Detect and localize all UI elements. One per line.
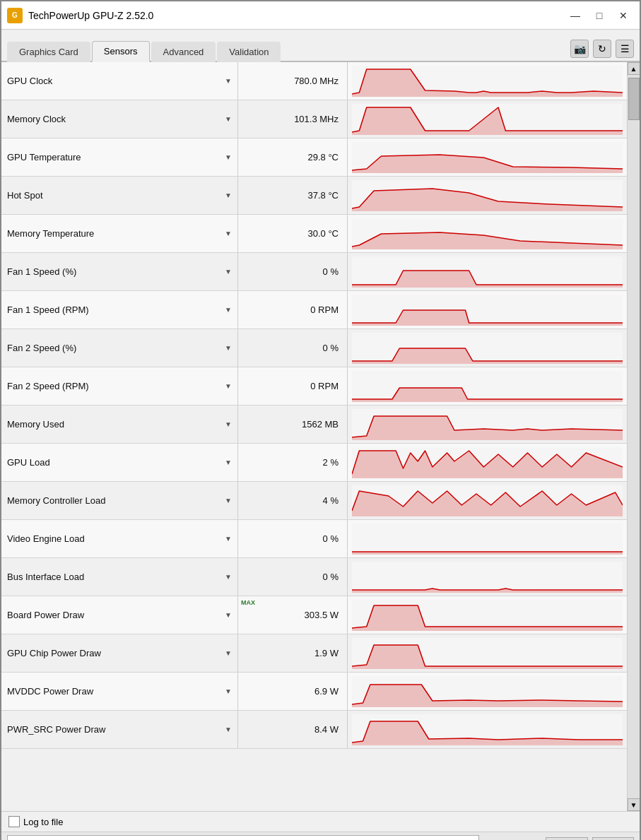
chevron-down-icon[interactable]: ▼ bbox=[225, 420, 232, 428]
tab-graphics-card[interactable]: Graphics Card bbox=[7, 42, 90, 62]
gpu-selector[interactable]: NVIDIA GeForce RTX 4080 bbox=[7, 835, 479, 840]
max-label: MAX bbox=[241, 599, 255, 606]
svg-rect-14 bbox=[352, 333, 623, 364]
chevron-down-icon[interactable]: ▼ bbox=[225, 382, 232, 390]
graph-canvas bbox=[352, 600, 623, 631]
chevron-down-icon[interactable]: ▼ bbox=[225, 153, 232, 161]
table-row: Fan 1 Speed (RPM) ▼ 0 RPM bbox=[1, 291, 627, 329]
chevron-down-icon[interactable]: ▼ bbox=[225, 687, 232, 695]
graph-area bbox=[348, 482, 627, 519]
table-row: MVDDC Power Draw ▼ 6.9 W bbox=[1, 673, 627, 711]
chevron-down-icon[interactable]: ▼ bbox=[225, 230, 232, 237]
graph-area bbox=[348, 62, 627, 100]
scroll-thumb[interactable] bbox=[628, 78, 640, 120]
graph-canvas bbox=[352, 714, 623, 745]
chevron-down-icon[interactable]: ▼ bbox=[225, 77, 232, 85]
graph-canvas bbox=[352, 523, 623, 555]
sensor-value: 0 RPM bbox=[310, 304, 339, 315]
sensor-value: 4 % bbox=[323, 495, 339, 506]
table-row: GPU Temperature ▼ 29.8 °C bbox=[1, 138, 627, 177]
tab-tools: 📷 ↻ ☰ bbox=[570, 40, 634, 61]
chevron-down-icon[interactable]: ▼ bbox=[225, 459, 232, 466]
sensor-label: Hot Spot bbox=[7, 190, 220, 201]
sensor-name-cell: Video Engine Load ▼ bbox=[1, 520, 238, 557]
scroll-up-button[interactable]: ▲ bbox=[628, 62, 640, 75]
graph-canvas bbox=[352, 409, 623, 440]
content-area: GPU Clock ▼ 780.0 MHz Memory Clock ▼ 101… bbox=[1, 62, 640, 811]
sensor-name-cell: GPU Chip Power Draw ▼ bbox=[1, 634, 238, 672]
scroll-track[interactable] bbox=[628, 75, 640, 798]
graph-area bbox=[348, 100, 627, 138]
chevron-down-icon[interactable]: ▼ bbox=[225, 306, 232, 314]
sensor-label: Bus Interface Load bbox=[7, 572, 220, 582]
svg-rect-26 bbox=[352, 562, 623, 593]
scrollbar[interactable]: ▲ ▼ bbox=[627, 62, 640, 811]
refresh-icon[interactable]: ↻ bbox=[593, 40, 611, 58]
chevron-down-icon[interactable]: ▼ bbox=[225, 191, 232, 199]
sensor-name-cell: GPU Temperature ▼ bbox=[1, 138, 238, 176]
chevron-down-icon[interactable]: ▼ bbox=[225, 497, 232, 504]
sensor-value-cell: 8.4 W bbox=[238, 711, 348, 748]
tab-advanced[interactable]: Advanced bbox=[151, 42, 216, 62]
sensor-value-cell: 2 % bbox=[238, 444, 348, 481]
graph-canvas bbox=[352, 104, 623, 135]
table-row: PWR_SRC Power Draw ▼ 8.4 W bbox=[1, 711, 627, 749]
sensor-label: Fan 1 Speed (%) bbox=[7, 266, 220, 277]
main-window: G TechPowerUp GPU-Z 2.52.0 — □ ✕ Graphic… bbox=[0, 0, 641, 840]
graph-area bbox=[348, 406, 627, 443]
scroll-down-button[interactable]: ▼ bbox=[628, 798, 640, 811]
sensor-value-cell: 4 % bbox=[238, 482, 348, 519]
chevron-down-icon[interactable]: ▼ bbox=[225, 344, 232, 352]
chevron-down-icon[interactable]: ▼ bbox=[225, 726, 232, 733]
sensor-name-cell: Memory Controller Load ▼ bbox=[1, 482, 238, 519]
tab-sensors[interactable]: Sensors bbox=[92, 41, 150, 62]
log-label: Log to file bbox=[23, 817, 63, 827]
chevron-down-icon[interactable]: ▼ bbox=[225, 573, 232, 581]
close-footer-button[interactable]: Close bbox=[592, 837, 634, 841]
sensor-value: 0 % bbox=[323, 266, 339, 277]
table-row: Bus Interface Load ▼ 0 % bbox=[1, 558, 627, 596]
close-button[interactable]: ✕ bbox=[613, 6, 634, 25]
sensor-value-cell: MAX 303.5 W bbox=[238, 596, 348, 634]
sensor-name-cell: Hot Spot ▼ bbox=[1, 177, 238, 214]
svg-rect-12 bbox=[352, 295, 623, 326]
log-checkbox[interactable] bbox=[8, 816, 20, 827]
graph-canvas bbox=[352, 562, 623, 593]
table-row: Memory Temperature ▼ 30.0 °C bbox=[1, 215, 627, 253]
sensor-name-cell: Fan 2 Speed (%) ▼ bbox=[1, 329, 238, 367]
chevron-down-icon[interactable]: ▼ bbox=[225, 535, 232, 543]
minimize-button[interactable]: — bbox=[565, 6, 586, 25]
sensor-list: GPU Clock ▼ 780.0 MHz Memory Clock ▼ 101… bbox=[1, 62, 627, 811]
camera-icon[interactable]: 📷 bbox=[570, 40, 589, 58]
app-icon: G bbox=[7, 8, 23, 23]
table-row: Board Power Draw ▼ MAX 303.5 W bbox=[1, 596, 627, 634]
sensor-label: GPU Load bbox=[7, 457, 220, 468]
maximize-button[interactable]: □ bbox=[589, 6, 610, 25]
window-controls: — □ ✕ bbox=[565, 6, 634, 25]
chevron-down-icon[interactable]: ▼ bbox=[225, 268, 232, 276]
chevron-down-icon[interactable]: ▼ bbox=[225, 649, 232, 657]
sensor-value-cell: 1.9 W bbox=[238, 634, 348, 672]
graph-canvas bbox=[352, 676, 623, 707]
sensor-label: Memory Temperature bbox=[7, 228, 220, 239]
svg-rect-16 bbox=[352, 371, 623, 402]
graph-area bbox=[348, 291, 627, 329]
sensor-value: 0 RPM bbox=[310, 381, 339, 391]
menu-icon[interactable]: ☰ bbox=[616, 40, 634, 58]
sensor-value-cell: 780.0 MHz bbox=[238, 62, 348, 100]
sensor-label: PWR_SRC Power Draw bbox=[7, 724, 220, 735]
sensor-value: 37.8 °C bbox=[307, 190, 339, 201]
chevron-down-icon[interactable]: ▼ bbox=[225, 611, 232, 619]
log-to-file-checkbox-area[interactable]: Log to file bbox=[8, 816, 63, 827]
graph-canvas bbox=[352, 295, 623, 326]
sensor-value-cell: 0 % bbox=[238, 329, 348, 367]
table-row: Memory Used ▼ 1562 MB bbox=[1, 406, 627, 444]
reset-button[interactable]: Reset bbox=[546, 837, 588, 841]
sensor-value: 1562 MB bbox=[302, 419, 339, 430]
tab-validation[interactable]: Validation bbox=[217, 42, 281, 62]
graph-canvas bbox=[352, 371, 623, 402]
sensor-value-cell: 1562 MB bbox=[238, 406, 348, 443]
sensor-label: Memory Used bbox=[7, 419, 220, 430]
sensor-label: Fan 2 Speed (RPM) bbox=[7, 381, 220, 391]
chevron-down-icon[interactable]: ▼ bbox=[225, 115, 232, 123]
